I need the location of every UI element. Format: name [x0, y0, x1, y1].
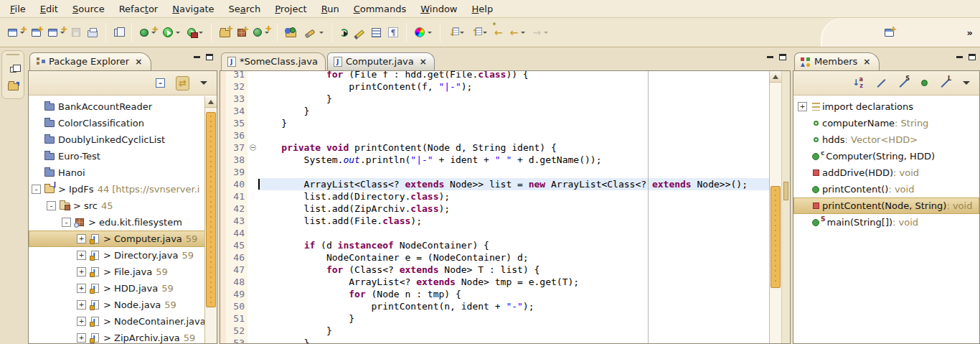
- dropdown-arrow-icon[interactable]: [176, 32, 180, 34]
- annotation-ruler[interactable]: [220, 239, 226, 251]
- new-class-button[interactable]: +: [251, 25, 271, 39]
- scroll-up-button[interactable]: [205, 96, 217, 108]
- sort-button[interactable]: az: [850, 76, 866, 90]
- annotation-ruler[interactable]: [220, 71, 226, 80]
- member-row[interactable]: computerName : String: [793, 115, 979, 131]
- code-line[interactable]: 44: [220, 227, 769, 239]
- line-number[interactable]: 42: [226, 203, 248, 215]
- menu-edit[interactable]: Edit: [33, 1, 65, 17]
- line-number[interactable]: 53: [226, 337, 248, 343]
- member-row[interactable]: Smain(String[]) : void: [793, 214, 979, 231]
- line-number[interactable]: 33: [226, 93, 248, 105]
- scroll-up-button[interactable]: [770, 71, 781, 83]
- editor-scrollbar[interactable]: [769, 71, 781, 343]
- new-java-project-button[interactable]: +: [217, 25, 232, 40]
- collapse-icon[interactable]: -: [62, 218, 71, 227]
- close-icon[interactable]: ×: [863, 57, 870, 67]
- tree-row[interactable]: +> HDD.java59: [29, 280, 217, 297]
- code-line[interactable]: 41 list.add(Directory.class);: [220, 190, 769, 203]
- link-with-editor-button[interactable]: ⇄: [176, 76, 189, 90]
- code-line[interactable]: 36: [220, 129, 769, 141]
- search-button[interactable]: [301, 26, 326, 39]
- code-line[interactable]: 32 printContent(f, "|-");: [220, 80, 769, 93]
- menu-refactor[interactable]: Refactor: [112, 1, 166, 17]
- overview-ruler[interactable]: [781, 71, 790, 343]
- code-line[interactable]: 51 }: [220, 312, 769, 325]
- scrollbar-thumb[interactable]: [206, 112, 216, 307]
- dropdown-arrow-icon[interactable]: [20, 32, 24, 34]
- code-line[interactable]: 38 System.out.println("|-" + ident + " "…: [220, 154, 769, 166]
- line-number[interactable]: 38: [226, 154, 248, 166]
- annotation-ruler[interactable]: [220, 203, 226, 215]
- expand-icon[interactable]: +: [77, 300, 86, 310]
- highlight-button[interactable]: [353, 26, 367, 39]
- close-icon[interactable]: ×: [420, 57, 427, 67]
- menu-window[interactable]: Window: [413, 1, 464, 17]
- folding-ruler[interactable]: [248, 129, 259, 141]
- annotation-ruler[interactable]: [220, 276, 226, 288]
- hide-local-types-button[interactable]: L: [938, 77, 952, 89]
- folding-ruler[interactable]: [248, 105, 259, 117]
- maximize-button[interactable]: [969, 54, 976, 60]
- line-number[interactable]: 43: [226, 215, 248, 227]
- code-editor[interactable]: 31 for (File f : hdd.get(File.class)) {3…: [220, 71, 769, 343]
- member-row[interactable]: printContent(Node, String) : void: [793, 197, 979, 214]
- close-icon[interactable]: ×: [135, 57, 142, 67]
- annotation-ruler[interactable]: [220, 264, 226, 276]
- annotation-ruler[interactable]: [220, 154, 226, 166]
- dropdown-arrow-icon[interactable]: [319, 32, 324, 34]
- menu-commands[interactable]: Commands: [347, 1, 414, 17]
- fast-view-handle[interactable]: [6, 54, 19, 55]
- line-number[interactable]: 45: [226, 239, 248, 251]
- line-number[interactable]: 41: [226, 190, 248, 203]
- tree-row[interactable]: DoublyLinkedCyclicList: [29, 131, 217, 148]
- code-line[interactable]: 49 for (Node n : tmp) {: [220, 288, 769, 300]
- new-package-button[interactable]: +: [235, 26, 248, 39]
- tree-row[interactable]: BankAccountReader: [29, 98, 217, 115]
- folding-ruler[interactable]: [248, 190, 259, 203]
- line-number[interactable]: 34: [226, 105, 248, 117]
- tree-row[interactable]: Hanoi: [29, 164, 217, 181]
- expand-icon[interactable]: +: [77, 284, 86, 293]
- new-view-button[interactable]: +: [46, 26, 67, 39]
- tree-row[interactable]: +> NodeContainer.java59: [29, 313, 217, 330]
- collapse-icon[interactable]: -: [32, 185, 41, 194]
- run-last-tool-button[interactable]: [338, 26, 350, 39]
- folding-ruler[interactable]: [248, 288, 259, 300]
- collapse-fold-icon[interactable]: [250, 144, 256, 151]
- annotation-ruler[interactable]: [220, 141, 226, 154]
- tree-row[interactable]: Euro-Test: [29, 148, 217, 164]
- expand-icon[interactable]: +: [77, 333, 86, 343]
- line-number[interactable]: 35: [226, 117, 248, 129]
- folding-ruler[interactable]: [248, 80, 259, 93]
- tree-row[interactable]: ColorClassification: [29, 115, 217, 131]
- code-line[interactable]: 45 if (d instanceof NodeContainer) {: [220, 239, 769, 251]
- tree-row[interactable]: -> edu.kit.filesystem: [29, 214, 217, 231]
- duplicate-window-button[interactable]: [112, 26, 126, 39]
- folding-ruler[interactable]: [248, 312, 259, 325]
- show-whitespace-button[interactable]: [386, 24, 400, 40]
- debug-button[interactable]: +: [138, 26, 158, 39]
- annotation-ruler[interactable]: [220, 251, 226, 264]
- package-explorer-tab[interactable]: Package Explorer ×: [29, 52, 151, 70]
- folding-ruler[interactable]: [248, 300, 259, 312]
- folding-ruler[interactable]: [248, 166, 259, 178]
- member-row[interactable]: hdds : Vector<HDD>: [793, 131, 979, 148]
- expand-icon[interactable]: +: [77, 234, 86, 243]
- line-number[interactable]: 32: [226, 80, 248, 93]
- tree-row[interactable]: +> ZipArchiv.java59: [29, 330, 217, 343]
- menu-file[interactable]: File: [3, 1, 33, 17]
- code-line[interactable]: 33 }: [220, 93, 769, 105]
- line-number[interactable]: 36: [226, 129, 248, 141]
- line-number[interactable]: 52: [226, 325, 248, 337]
- next-annotation-button[interactable]: [446, 24, 466, 41]
- annotation-ruler[interactable]: [220, 105, 226, 117]
- member-row[interactable]: printContent() : void: [793, 181, 979, 197]
- member-row[interactable]: cComputer(String, HDD): [793, 148, 979, 164]
- code-line[interactable]: 42 list.add(ZipArchiv.class);: [220, 203, 769, 215]
- menu-run[interactable]: Run: [314, 1, 347, 17]
- tree-row[interactable]: +> File.java59: [29, 264, 217, 280]
- folding-ruler[interactable]: [248, 203, 259, 215]
- line-number[interactable]: 39: [226, 166, 248, 178]
- folding-ruler[interactable]: [248, 227, 259, 239]
